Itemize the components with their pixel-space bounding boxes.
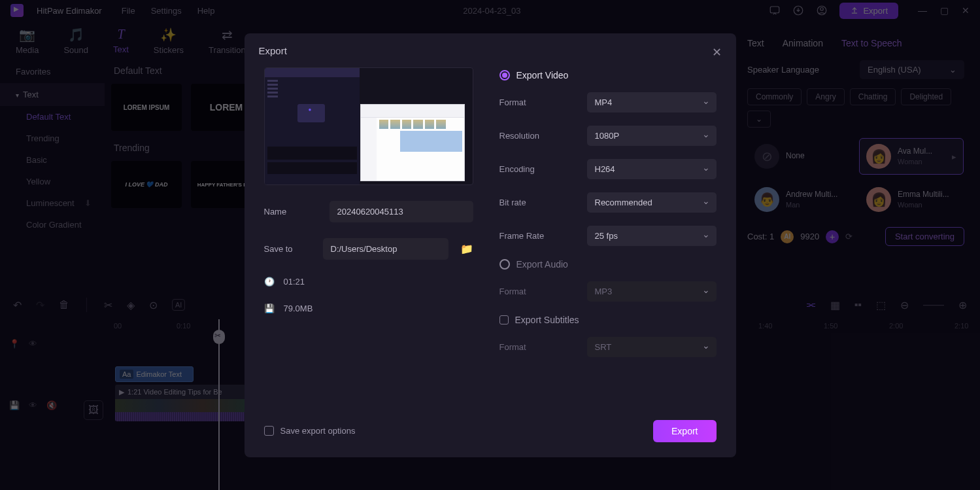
- save-export-options-checkbox[interactable]: Save export options: [264, 426, 356, 436]
- radio-on-icon: [499, 70, 510, 80]
- framerate-select[interactable]: 25 fps: [587, 226, 717, 246]
- export-confirm-button[interactable]: Export: [653, 420, 716, 442]
- export-audio-radio[interactable]: Export Audio: [499, 259, 717, 270]
- audio-format-label: Format: [499, 287, 526, 296]
- folder-icon[interactable]: 📁: [460, 243, 473, 255]
- resolution-label: Resolution: [499, 131, 539, 141]
- encoding-label: Encoding: [499, 164, 535, 174]
- save-to-label: Save to: [264, 244, 311, 254]
- size-value: 79.0MB: [284, 304, 313, 313]
- subtitle-format-select: SRT: [587, 337, 717, 357]
- radio-off-icon: [499, 259, 510, 270]
- subtitle-format-label: Format: [499, 342, 526, 352]
- resolution-select[interactable]: 1080P: [587, 126, 717, 146]
- disk-icon: 💾: [264, 304, 275, 313]
- framerate-label: Frame Rate: [499, 231, 545, 241]
- modal-overlay: Export ✕: [0, 0, 980, 490]
- bitrate-label: Bit rate: [499, 198, 526, 207]
- clock-icon: 🕐: [264, 277, 275, 287]
- save-to-input[interactable]: [323, 238, 448, 260]
- duration-value: 01:21: [284, 277, 305, 287]
- export-subtitles-checkbox[interactable]: Export Subtitles: [499, 315, 717, 325]
- name-label: Name: [264, 207, 318, 217]
- export-dialog: Export ✕: [245, 33, 736, 457]
- format-label: Format: [499, 97, 526, 107]
- name-input[interactable]: [329, 201, 473, 222]
- checkbox-icon: [499, 315, 509, 324]
- close-icon[interactable]: ✕: [712, 45, 722, 60]
- format-select[interactable]: MP4: [587, 92, 717, 113]
- export-preview: [264, 67, 473, 185]
- bitrate-select[interactable]: Recommended: [587, 192, 717, 213]
- encoding-select[interactable]: H264: [587, 159, 717, 179]
- checkbox-icon: [264, 426, 274, 436]
- export-video-radio[interactable]: Export Video: [499, 70, 717, 80]
- audio-format-select: MP3: [587, 281, 717, 302]
- dialog-title: Export: [259, 45, 287, 60]
